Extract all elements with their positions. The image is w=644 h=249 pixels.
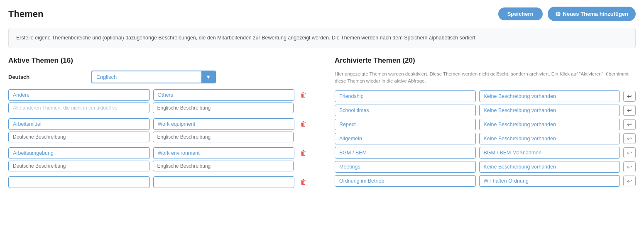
- archived-row-3: ↩: [335, 133, 636, 144]
- de-name-input-1[interactable]: [8, 118, 150, 130]
- de-desc-input-1[interactable]: [8, 132, 149, 142]
- chevron-down-icon[interactable]: ▼: [201, 71, 215, 83]
- archived-de-3[interactable]: [335, 133, 476, 144]
- delete-button-1[interactable]: 🗑: [298, 118, 309, 130]
- theme-name-row-0: 🗑: [8, 89, 309, 101]
- en-desc-input-2[interactable]: [153, 161, 294, 171]
- theme-group-2: 🗑: [8, 147, 309, 171]
- archived-en-3[interactable]: [479, 133, 620, 144]
- en-name-input-3[interactable]: [153, 176, 295, 188]
- de-lang-label: Deutsch: [8, 74, 83, 80]
- archived-de-2[interactable]: [335, 119, 476, 130]
- restore-button-2[interactable]: ↩: [623, 119, 636, 130]
- restore-button-3[interactable]: ↩: [623, 133, 636, 144]
- plus-icon: ⊕: [555, 10, 561, 18]
- archived-en-5[interactable]: [479, 161, 620, 173]
- restore-button-4[interactable]: ↩: [623, 147, 636, 158]
- de-name-input-2[interactable]: [8, 147, 150, 159]
- archived-section-title: Archivierte Themen (20): [335, 56, 636, 65]
- restore-button-6[interactable]: ↩: [623, 176, 636, 186]
- active-section-title: Aktive Themen (16): [8, 56, 309, 65]
- theme-name-row-2: 🗑: [8, 147, 309, 159]
- restore-button-0[interactable]: ↩: [623, 91, 636, 102]
- de-name-input-3[interactable]: [8, 176, 150, 188]
- theme-desc-row-2: [8, 161, 309, 171]
- en-name-input-1[interactable]: [153, 118, 295, 130]
- theme-group-0: 🗑: [8, 89, 309, 113]
- en-name-input-2[interactable]: [153, 147, 295, 159]
- archived-en-1[interactable]: [479, 105, 620, 116]
- theme-group-1: 🗑: [8, 118, 309, 142]
- delete-button-2[interactable]: 🗑: [298, 147, 309, 159]
- theme-desc-row-0: [8, 103, 309, 113]
- archived-de-0[interactable]: [335, 90, 476, 102]
- info-text: Erstelle eigene Themenbereiche und (opti…: [16, 35, 477, 41]
- archived-themes-panel: Archivierte Themen (20) Hier angezeigte …: [322, 56, 636, 193]
- header-buttons: Speichern ⊕ Neues Thema hinzufügen: [498, 7, 636, 21]
- archived-row-5: ↩: [335, 161, 636, 173]
- language-input[interactable]: [92, 71, 201, 83]
- active-themes-panel: Aktive Themen (16) Deutsch ▼ 🗑: [8, 56, 309, 193]
- archived-row-1: ↩: [335, 105, 636, 116]
- delete-button-0[interactable]: 🗑: [298, 89, 309, 101]
- add-theme-button[interactable]: ⊕ Neues Thema hinzufügen: [548, 7, 636, 21]
- delete-button-3[interactable]: 🗑: [298, 176, 309, 188]
- theme-name-row-1: 🗑: [8, 118, 309, 130]
- archived-de-4[interactable]: [335, 147, 476, 159]
- restore-button-5[interactable]: ↩: [623, 161, 636, 172]
- archived-row-2: ↩: [335, 119, 636, 130]
- en-name-input-0[interactable]: [153, 89, 295, 101]
- archived-row-4: ↩: [335, 147, 636, 159]
- info-box: Erstelle eigene Themenbereiche und (opti…: [8, 28, 636, 48]
- restore-button-1[interactable]: ↩: [623, 105, 636, 116]
- archived-row-0: ↩: [335, 90, 636, 102]
- add-theme-label: Neues Thema hinzufügen: [563, 11, 628, 17]
- en-desc-input-0[interactable]: [153, 103, 294, 113]
- main-content: Aktive Themen (16) Deutsch ▼ 🗑: [8, 56, 636, 193]
- theme-desc-row-1: [8, 132, 309, 142]
- archived-en-0[interactable]: [479, 90, 620, 102]
- theme-group-3: 🗑: [8, 176, 309, 188]
- archived-en-6[interactable]: [479, 175, 620, 187]
- archived-de-5[interactable]: [335, 161, 476, 173]
- de-desc-input-0[interactable]: [8, 103, 149, 113]
- theme-name-row-3: 🗑: [8, 176, 309, 188]
- archived-de-1[interactable]: [335, 105, 476, 116]
- en-desc-input-1[interactable]: [153, 132, 294, 142]
- language-dropdown[interactable]: ▼: [91, 71, 216, 83]
- archived-info-text: Hier angezeigte Themen wurden deaktivier…: [335, 71, 636, 85]
- save-button[interactable]: Speichern: [498, 7, 543, 20]
- archived-en-2[interactable]: [479, 119, 620, 130]
- archived-en-4[interactable]: [479, 147, 620, 159]
- archived-de-6[interactable]: [335, 175, 476, 187]
- de-desc-input-2[interactable]: [8, 161, 149, 171]
- archived-row-6: ↩: [335, 175, 636, 187]
- language-header: Deutsch ▼: [8, 71, 309, 83]
- de-name-input-0[interactable]: [8, 89, 150, 101]
- page-title: Themen: [8, 9, 43, 20]
